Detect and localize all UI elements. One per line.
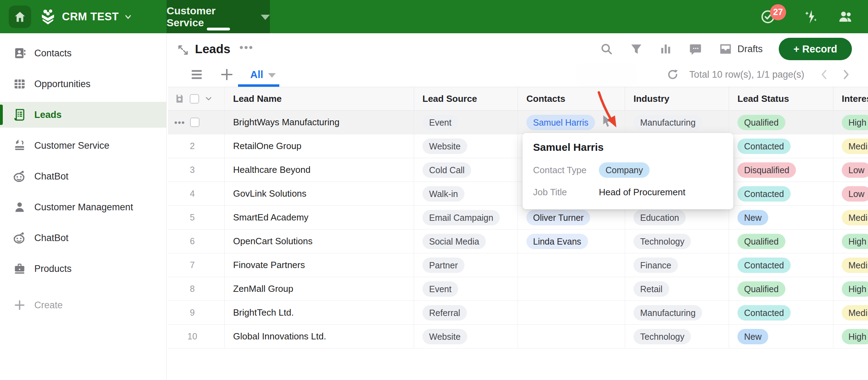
cell-value-pill: Qualified — [737, 281, 785, 297]
automation-sparkle-icon[interactable] — [803, 9, 819, 25]
app-chevron-down-icon[interactable] — [124, 12, 133, 21]
sidebar-item-chatbot[interactable]: ChatBot — [0, 225, 166, 251]
cell-lead-status[interactable]: New — [729, 206, 833, 229]
row-menu-button[interactable]: ••• — [174, 118, 185, 127]
cell-lead-name[interactable]: SmartEd Academy — [225, 206, 414, 229]
cell-interest[interactable]: High — [833, 277, 868, 301]
column-header-lead-name[interactable]: Lead Name — [225, 87, 414, 110]
table-more-menu[interactable]: ••• — [239, 42, 254, 54]
cell-industry[interactable]: Technology — [625, 325, 729, 348]
cell-lead-source[interactable]: Website — [414, 134, 518, 158]
cell-lead-name[interactable]: BrightWays Manufacturing — [225, 111, 414, 134]
cell-lead-name[interactable]: OpenCart Solutions — [225, 230, 414, 253]
app-logo[interactable]: CRM TEST — [39, 8, 133, 26]
cell-value-pill: Contacted — [737, 186, 791, 202]
cell-lead-name[interactable]: Healthcare Beyond — [225, 158, 414, 182]
cell-interest[interactable]: High — [833, 325, 868, 348]
cell-lead-name[interactable]: Global Innovations Ltd. — [225, 325, 414, 348]
collaborators-icon[interactable] — [837, 8, 854, 25]
cell-lead-source[interactable]: Event — [414, 277, 518, 301]
cell-lead-source[interactable]: Walk-in — [414, 182, 518, 205]
cell-lead-source[interactable]: Referral — [414, 301, 518, 324]
view-tab-all[interactable]: All — [250, 69, 276, 80]
cell-lead-status[interactable]: Contacted — [729, 253, 833, 277]
view-list-icon[interactable] — [190, 68, 203, 81]
cell-lead-status[interactable]: Contacted — [729, 301, 833, 324]
cell-lead-name[interactable]: ZenMall Group — [225, 277, 414, 301]
cell-lead-name[interactable]: Finovate Partners — [225, 253, 414, 277]
cell-value: SmartEd Academy — [233, 212, 308, 223]
next-page-icon[interactable] — [840, 69, 852, 80]
cell-contacts[interactable] — [518, 277, 625, 301]
add-record-button[interactable]: + Record — [779, 38, 852, 60]
cell-lead-name[interactable]: RetailOne Group — [225, 134, 414, 158]
cell-lead-status[interactable]: Qualified — [729, 230, 833, 253]
drafts-button[interactable]: Drafts — [719, 42, 763, 56]
tasks-button[interactable]: 27 — [760, 9, 776, 24]
cell-lead-status[interactable]: Disqualified — [729, 158, 833, 182]
cell-contacts[interactable]: Linda Evans — [518, 230, 625, 253]
tab-customer-service[interactable]: Customer Service — [167, 0, 270, 33]
cell-lead-name[interactable]: BrightTech Ltd. — [225, 301, 414, 324]
save-view-icon[interactable] — [174, 93, 185, 104]
header-chevron-down-icon[interactable] — [204, 94, 213, 103]
cell-lead-source[interactable]: Cold Call — [414, 158, 518, 182]
cell-industry[interactable]: Finance — [625, 253, 729, 277]
robot-icon — [13, 169, 27, 183]
prev-page-icon[interactable] — [818, 69, 830, 80]
cell-industry[interactable]: Technology — [625, 230, 729, 253]
cell-lead-source[interactable]: Social Media — [414, 230, 518, 253]
sidebar-item-products[interactable]: Products — [0, 256, 166, 282]
sidebar-item-customer-service[interactable]: Customer Service — [0, 133, 166, 159]
cell-industry[interactable]: Manufacturing — [625, 111, 729, 134]
cell-lead-status[interactable]: Contacted — [729, 182, 833, 205]
sidebar-item-create[interactable]: Create — [0, 292, 166, 318]
column-header-contacts[interactable]: Contacts — [518, 87, 625, 110]
column-header-lead-status[interactable]: Lead Status — [729, 87, 833, 110]
filter-icon[interactable] — [630, 42, 643, 56]
cell-interest[interactable]: High — [833, 230, 868, 253]
sidebar-item-chatbot[interactable]: ChatBot — [0, 163, 166, 189]
cell-lead-status[interactable]: Contacted — [729, 134, 833, 158]
cell-lead-source[interactable]: Partner — [414, 253, 518, 277]
home-button[interactable] — [9, 6, 31, 28]
sidebar-item-leads[interactable]: Leads — [0, 102, 166, 128]
add-view-icon[interactable] — [220, 68, 233, 81]
cell-industry[interactable]: Manufacturing — [625, 301, 729, 324]
cell-lead-status[interactable]: New — [729, 325, 833, 348]
cell-industry[interactable]: Education — [625, 206, 729, 229]
cell-contacts[interactable] — [518, 325, 625, 348]
cell-interest[interactable]: Low — [833, 182, 868, 205]
cell-contacts[interactable]: Oliver Turner — [518, 206, 625, 229]
column-header-lead-source[interactable]: Lead Source — [414, 87, 518, 110]
select-all-checkbox[interactable] — [190, 94, 199, 104]
expand-view-icon[interactable] — [176, 43, 190, 57]
cell-lead-name[interactable]: GovLink Solutions — [225, 182, 414, 205]
cell-contacts[interactable]: Samuel Harris — [518, 111, 625, 134]
row-checkbox[interactable] — [190, 118, 200, 127]
cell-lead-status[interactable]: Qualified — [729, 277, 833, 301]
sidebar-item-customer-management[interactable]: Customer Management — [0, 194, 166, 220]
cell-contacts[interactable] — [518, 301, 625, 324]
cell-lead-status[interactable]: Qualified — [729, 111, 833, 134]
cell-interest[interactable]: Medium — [833, 206, 868, 229]
refresh-icon[interactable] — [666, 68, 679, 81]
cell-interest[interactable]: Medium — [833, 253, 868, 277]
cell-industry[interactable]: Retail — [625, 277, 729, 301]
sidebar-item-opportunities[interactable]: Opportunities — [0, 71, 166, 97]
search-icon[interactable] — [600, 42, 614, 56]
sidebar-item-contacts[interactable]: Contacts — [0, 40, 166, 66]
column-header-industry[interactable]: Industry — [625, 87, 729, 110]
cell-lead-source[interactable]: Event — [414, 111, 518, 134]
comment-icon[interactable] — [688, 42, 702, 56]
cell-interest[interactable]: Medium — [833, 134, 868, 158]
cell-lead-source[interactable]: Email Campaign — [414, 206, 518, 229]
column-header-interest[interactable]: Interest — [833, 87, 868, 110]
chart-icon[interactable] — [659, 42, 672, 56]
cell-lead-source[interactable]: Website — [414, 325, 518, 348]
cell-interest[interactable]: High — [833, 111, 868, 134]
cell-interest[interactable]: Low — [833, 158, 868, 182]
table-row: 10Global Innovations Ltd.WebsiteTechnolo… — [168, 325, 868, 349]
cell-interest[interactable]: Medium — [833, 301, 868, 324]
cell-contacts[interactable] — [518, 253, 625, 277]
